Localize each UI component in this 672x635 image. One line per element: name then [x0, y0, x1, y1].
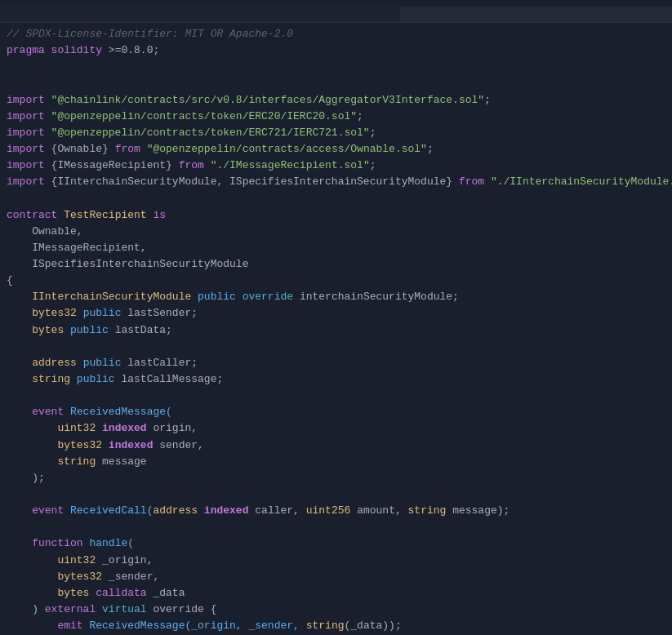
token: public [198, 291, 243, 303]
token: Ownable, [7, 225, 83, 238]
token: bytes32 [7, 571, 109, 583]
token: ; [357, 110, 363, 122]
token: sender, [159, 439, 204, 451]
token: {IMessageRecipient} [51, 159, 179, 171]
token: ReceivedMessage(_origin, _sender, [89, 619, 305, 632]
line-content: import "@openzeppelin/contracts/token/ER… [7, 125, 665, 141]
token: TestRecipient [64, 209, 153, 221]
token: indexed [102, 422, 153, 434]
token: ) [7, 603, 45, 615]
token: ; [484, 94, 491, 106]
line-content: import {IMessageRecipient} from "./IMess… [7, 158, 665, 174]
token: bytes [7, 587, 96, 599]
code-line: emit ReceivedMessage(_origin, _sender, s… [0, 618, 672, 634]
token: contract [7, 209, 64, 221]
token: from [115, 143, 147, 155]
line-content: bytes calldata _data [7, 585, 665, 602]
line-content: event ReceivedMessage( [7, 404, 665, 420]
token: override { [153, 603, 216, 615]
code-line: ); [0, 470, 672, 486]
token: ReceivedMessage( [70, 406, 172, 418]
token: ; [427, 143, 434, 155]
token: uint256 [306, 504, 357, 517]
token: {Ownable} [51, 143, 115, 155]
code-line: ) external virtual override { [0, 602, 672, 618]
token: uint32 [7, 554, 102, 566]
line-content [7, 486, 665, 503]
code-line: IInterchainSecurityModule public overrid… [0, 289, 672, 305]
token: "@openzeppelin/contracts/token/ERC721/IE… [51, 127, 370, 139]
token: from [459, 175, 491, 188]
token: virtual [102, 603, 153, 615]
code-line: import {Ownable} from "@openzeppelin/con… [0, 141, 672, 158]
code-line: event ReceivedCall(address indexed calle… [0, 503, 672, 519]
code-line [0, 59, 672, 75]
code-line: ISpecifiesInterchainSecurityModule [0, 256, 672, 273]
token: handle( [89, 537, 134, 549]
code-line: bytes32 _sender, [0, 569, 672, 585]
token: ; [370, 159, 376, 171]
code-line: event ReceivedMessage( [0, 404, 672, 420]
line-content: Ownable, [7, 224, 665, 240]
token: uint32 [7, 422, 102, 434]
code-line: // SPDX-License-Identifier: MIT OR Apach… [0, 26, 672, 42]
token: string [7, 373, 77, 385]
code-line: import "@chainlink/contracts/src/v0.8/in… [0, 92, 672, 109]
line-content [7, 519, 665, 535]
token: lastCallMessage; [121, 373, 223, 385]
line-content: pragma solidity >=0.8.0; [7, 42, 665, 59]
line-content [7, 388, 665, 404]
token: public [77, 373, 122, 385]
token: >=0.8.0; [109, 44, 159, 56]
code-line [0, 519, 672, 535]
code-line: bytes32 indexed sender, [0, 437, 672, 454]
token: import [7, 110, 51, 122]
line-content [7, 339, 665, 355]
line-content [7, 190, 665, 206]
line-content: string public lastCallMessage; [7, 371, 665, 388]
token: bytes32 [7, 307, 83, 319]
token: "./IInterchainSecurityModule.sol" [491, 175, 672, 188]
token: event [7, 504, 70, 517]
token: address [7, 357, 83, 369]
code-line: bytes public lastData; [0, 322, 672, 339]
line-content: import {Ownable} from "@openzeppelin/con… [7, 141, 665, 158]
token: interchainSecurityModule; [300, 291, 459, 303]
line-content: ) external virtual override { [7, 602, 665, 618]
line-content: address public lastCaller; [7, 355, 665, 371]
line-content: IInterchainSecurityModule public overrid… [7, 289, 665, 305]
token: _data [153, 587, 185, 599]
line-content: import {IInterchainSecurityModule, ISpec… [7, 174, 672, 190]
token: is [153, 209, 166, 221]
line-content: // SPDX-License-Identifier: MIT OR Apach… [7, 26, 665, 42]
token: override [243, 291, 300, 303]
line-content: uint32 indexed origin, [7, 420, 665, 437]
token: lastSender; [127, 307, 198, 319]
line-content: string message [7, 454, 665, 470]
token: import [7, 175, 51, 188]
line-content: event ReceivedCall(address indexed calle… [7, 503, 665, 519]
token: caller, [255, 504, 305, 517]
token: import [7, 143, 51, 155]
line-content: contract TestRecipient is [7, 207, 665, 224]
line-content: bytes public lastData; [7, 322, 665, 339]
token: string [408, 504, 453, 517]
code-line: uint32 _origin, [0, 553, 672, 569]
code-line: contract TestRecipient is [0, 207, 672, 224]
code-line: bytes32 public lastSender; [0, 305, 672, 322]
code-line: bytes calldata _data [0, 585, 672, 602]
token: // SPDX-License-Identifier: MIT OR Apach… [7, 28, 293, 40]
token: { [7, 274, 13, 286]
token: "./IMessageRecipient.sol" [211, 159, 370, 171]
code-line: { [0, 273, 672, 289]
code-line [0, 339, 672, 355]
token: ); [7, 472, 45, 484]
code-line: import "@openzeppelin/contracts/token/ER… [0, 125, 672, 141]
code-line: uint32 indexed origin, [0, 420, 672, 437]
token: event [7, 406, 70, 418]
line-content: emit ReceivedMessage(_origin, _sender, s… [7, 618, 665, 634]
code-line: address public lastCaller; [0, 355, 672, 371]
token: ReceivedCall( [70, 504, 153, 517]
editor-container: // SPDX-License-Identifier: MIT OR Apach… [0, 0, 672, 635]
code-line [0, 388, 672, 404]
